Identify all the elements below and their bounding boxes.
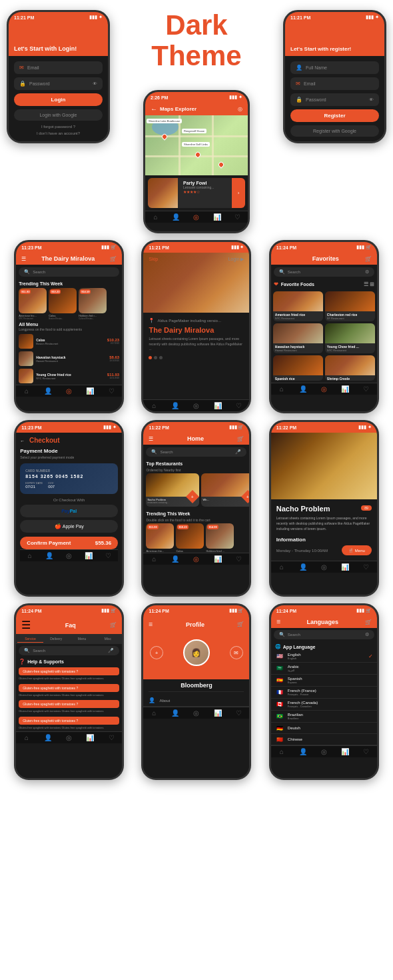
fav-card-5[interactable]: Spanish rice — [273, 355, 323, 381]
map-food-card[interactable]: Party Fowl Letraset containing... ★★★★☆ … — [148, 178, 245, 208]
faq-tab-service[interactable]: Service — [17, 635, 43, 643]
nav-chart[interactable]: 📊 — [206, 213, 227, 221]
rest-nav-home[interactable]: ⌂ — [16, 387, 37, 395]
fav-nav-person[interactable]: 👤 — [292, 385, 314, 393]
home-nav-home[interactable]: ⌂ — [143, 555, 165, 563]
dot-3[interactable] — [159, 356, 163, 359]
lang-item-english[interactable]: 🇺🇸 English English ✓ — [271, 651, 377, 663]
home-hamburger-icon[interactable]: ☰ — [149, 436, 153, 442]
home-food-item-1[interactable]: $11.93 American frie... — [146, 523, 174, 553]
faq-item-3[interactable]: Gluten-free spaghetti with tomatoes ? — [19, 700, 119, 708]
home-nav-chart[interactable]: 📊 — [207, 555, 228, 563]
det-nav-home[interactable]: ⌂ — [271, 563, 292, 571]
ob-nav-heart[interactable]: ♡ — [228, 402, 250, 409]
lang-nav-map[interactable]: ◎ — [313, 748, 334, 755]
faq-nav-home[interactable]: ⌂ — [16, 734, 37, 741]
lang-item-french-ca[interactable]: 🇨🇦 French (Canada) Français - Canadien — [271, 699, 377, 711]
lang-menu-icon[interactable]: ☰ — [276, 619, 280, 625]
profile-cart-icon[interactable]: 🛒 — [237, 621, 244, 627]
prof-nav-map[interactable]: ◎ — [186, 709, 207, 717]
nav-home[interactable]: ⌂ — [145, 213, 166, 221]
home-nav-active[interactable]: ◎ — [186, 555, 207, 563]
fav-nav-chart[interactable]: 📊 — [334, 385, 356, 393]
dot-1[interactable] — [149, 356, 152, 359]
faq-item-4[interactable]: Gluten-free spaghetti with tomatoes ? — [19, 717, 119, 725]
lang-filter-icon[interactable]: ⚙ — [365, 632, 369, 637]
det-nav-person[interactable]: 👤 — [292, 563, 314, 571]
message-button[interactable]: ✉ — [230, 646, 243, 659]
languages-search[interactable]: 🔍 Search ⚙ — [274, 630, 374, 639]
login-button[interactable]: Login — [14, 93, 103, 106]
faq-item-1[interactable]: Gluten-free spaghetti with tomatoes ? — [19, 667, 119, 675]
register-button[interactable]: Register — [290, 109, 379, 122]
co-nav-home[interactable]: ⌂ — [20, 552, 39, 559]
login-link[interactable]: Login ▶ — [228, 257, 244, 262]
home-mic-icon[interactable]: 🎤 — [235, 449, 241, 455]
register-email-input[interactable]: ✉ Email — [290, 77, 379, 90]
ob-nav-person[interactable]: 👤 — [165, 402, 186, 409]
email-input[interactable]: ✉ Email — [14, 61, 103, 74]
home-nav-person[interactable]: 👤 — [165, 555, 186, 563]
trending-item-3[interactable]: $14.59 Hokkien frid r... Cultural Restau… — [79, 288, 107, 320]
fav-filter-icon[interactable]: ⚙ — [365, 269, 369, 275]
faq-nav-chart[interactable]: 📊 — [80, 734, 101, 741]
rest-nav-heart[interactable]: ♡ — [101, 387, 122, 395]
faq-cart-icon[interactable]: 🛒 — [110, 622, 117, 628]
prof-nav-person[interactable]: 👤 — [165, 709, 186, 717]
co-nav-heart[interactable]: ♡ — [99, 552, 118, 559]
faq-nav-map[interactable]: ◎ — [59, 734, 80, 741]
trending-item-1[interactable]: $11.93 American fric... NYC Restaurant — [19, 288, 47, 320]
lang-item-deutsch[interactable]: 🇩🇪 Deutsh — [271, 723, 377, 734]
det-nav-heart[interactable]: ♡ — [356, 563, 377, 571]
co-nav-person[interactable]: 👤 — [40, 552, 59, 559]
lang-cart-icon[interactable]: 🛒 — [365, 619, 372, 625]
no-account-link[interactable]: I don't have an account? — [14, 131, 103, 137]
fav-card-3[interactable]: Hawaiian haystack Hawaii Restaurant — [273, 323, 323, 353]
fav-nav-active[interactable]: ◎ — [313, 385, 334, 393]
restaurant-search[interactable]: 🔍 Search — [19, 267, 119, 277]
nav-person[interactable]: 👤 — [166, 213, 187, 221]
password-input[interactable]: 🔒 Password 👁 — [14, 77, 103, 90]
fav-card-2[interactable]: Charleston red rice SF Restaurant — [325, 291, 375, 321]
home-cart-icon[interactable]: 🛒 — [237, 436, 244, 442]
menu-item-1[interactable]: Calas Boston Restaurant $10.23 10/7/2020 — [16, 333, 122, 350]
applepay-button[interactable]: 🍎 Apple Pay — [20, 520, 118, 533]
rest-nav-chart[interactable]: 📊 — [80, 387, 101, 395]
fav-nav-heart[interactable]: ♡ — [356, 385, 377, 393]
google-login-button[interactable]: Login with Google — [14, 109, 103, 121]
ob-nav-chart[interactable]: 📊 — [207, 402, 228, 409]
forgot-password-link[interactable]: I forgot password ? — [14, 124, 103, 131]
trending-item-2[interactable]: $10.23 Calas Boston Restau... — [49, 288, 77, 320]
map-food-arrow[interactable]: › — [232, 178, 245, 208]
register-password-input[interactable]: 🔒 Password 👁 — [290, 93, 379, 106]
rest-nav-active[interactable]: ◎ — [59, 387, 80, 395]
faq-search[interactable]: 🔍 Search 🎤 — [19, 646, 119, 655]
lang-item-brazilian[interactable]: 🇧🇷 Brazilian Braziliero — [271, 711, 377, 723]
faq-hamburger-icon[interactable]: ☰ — [21, 619, 31, 631]
favorites-search[interactable]: 🔍 Search ⚙ — [274, 267, 374, 277]
ob-nav-map[interactable]: ◎ — [186, 402, 207, 409]
home-nav-heart[interactable]: ♡ — [228, 555, 250, 563]
ob-nav-home[interactable]: ⌂ — [143, 402, 165, 409]
faq-nav-person[interactable]: 👤 — [37, 734, 59, 741]
faq-tab-menu[interactable]: Menu — [69, 635, 95, 643]
add-photo-button[interactable]: + — [150, 646, 163, 659]
restaurant-card-2[interactable]: Wh... + — [201, 473, 249, 507]
home-search[interactable]: 🔍 Search 🎤 — [146, 447, 246, 457]
fullname-input[interactable]: 👤 Full Name — [290, 61, 379, 74]
skip-button[interactable]: Skip — [149, 257, 158, 261]
lang-nav-home[interactable]: ⌂ — [271, 748, 292, 755]
lang-nav-chart[interactable]: 📊 — [334, 748, 356, 755]
confirm-payment-button[interactable]: Confirm Payment $55.36 — [20, 537, 118, 549]
lang-item-chinese[interactable]: 🇨🇳 Chinese — [271, 734, 377, 745]
cart-icon[interactable]: 🛒 — [110, 256, 117, 262]
home-food-item-3[interactable]: $14.99 Hokkien fried ... — [206, 523, 234, 553]
checkout-back-icon[interactable]: ← — [20, 439, 25, 443]
detail-menu-button[interactable]: 🍴 Menu — [342, 545, 372, 555]
fav-card-4[interactable]: Young Chow fried ... NYC Restaurant — [325, 323, 375, 353]
lang-nav-heart[interactable]: ♡ — [356, 748, 377, 755]
co-nav-chart[interactable]: 📊 — [79, 552, 98, 559]
profile-menu-icon[interactable]: ☰ — [149, 622, 153, 627]
rest-nav-person[interactable]: 👤 — [37, 387, 59, 395]
profile-about-item[interactable]: 👤 About — [143, 695, 249, 707]
